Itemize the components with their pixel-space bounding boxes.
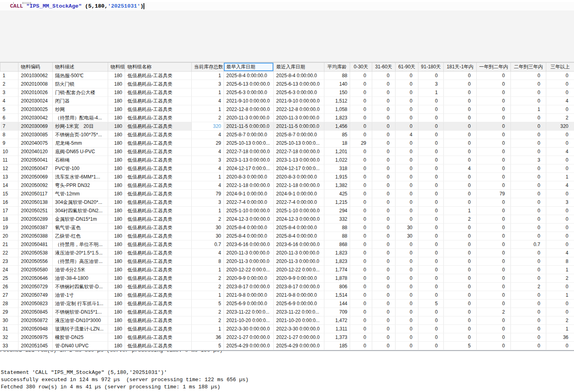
cell-desc[interactable]: 不锈钢衬四氟软管-D... <box>53 283 108 291</box>
cell-y2_3[interactable]: 0 <box>511 342 546 350</box>
cell-latest[interactable]: 2025-10-13 0:00:0... <box>274 139 324 148</box>
cell-group[interactable]: 180 <box>108 232 125 240</box>
cell-d0_30[interactable]: 0 <box>350 173 372 181</box>
cell-qty[interactable]: 1 <box>192 291 224 300</box>
cell-d31_60[interactable]: 0 <box>372 131 396 139</box>
cell-group[interactable]: 180 <box>108 97 125 105</box>
cell-y3_plus[interactable]: 0 <box>546 342 574 350</box>
cell-d31_60[interactable]: 0 <box>372 148 396 156</box>
cell-y3_plus[interactable]: 1 <box>546 266 574 274</box>
cell-d61_90[interactable]: 0 <box>396 316 418 325</box>
table-row[interactable]: 252002050646油管-38-4-1800180低值易耗品-工器具类220… <box>0 274 574 283</box>
cell-group_name[interactable]: 低值易耗品-工器具类 <box>125 207 192 215</box>
cell-y2_3[interactable]: 0 <box>511 114 546 122</box>
cell-latest[interactable]: 2020-8-3 0:00:00.0 <box>274 173 324 181</box>
cell-latest[interactable]: 2022-7-4 0:00:00.0 <box>274 198 324 207</box>
cell-rownum[interactable]: 32 <box>0 333 18 342</box>
cell-y1_2[interactable]: 0 <box>477 88 511 97</box>
cell-y2_3[interactable]: 0 <box>511 72 546 80</box>
cell-group_name[interactable]: 低值易耗品-工器具类 <box>125 131 192 139</box>
cell-d61_90[interactable]: 0 <box>396 122 418 131</box>
cell-qty[interactable]: 4 <box>192 97 224 105</box>
cell-d31_60[interactable]: 0 <box>372 283 396 291</box>
cell-code[interactable]: 2002050069 <box>18 173 53 181</box>
cell-rownum[interactable]: 27 <box>0 291 18 300</box>
cell-avg_age[interactable]: 332 <box>324 215 350 224</box>
cell-d31_60[interactable]: 0 <box>372 308 396 316</box>
table-row[interactable]: 122002050047PVC管-100180低值易耗品-工器具类42024-1… <box>0 164 574 173</box>
cell-d0_30[interactable]: 0 <box>350 122 372 131</box>
cell-d0_30[interactable]: 0 <box>350 80 372 88</box>
cell-y3_plus[interactable]: 4 <box>546 181 574 190</box>
column-header-desc[interactable]: 物料描述 <box>53 63 108 72</box>
cell-desc[interactable]: 闭门器 <box>53 97 108 105</box>
cell-group[interactable]: 180 <box>108 80 125 88</box>
cell-group[interactable]: 180 <box>108 240 125 249</box>
cell-d91_180[interactable]: 0 <box>418 72 444 80</box>
cell-desc[interactable]: 石棉绳 <box>53 156 108 164</box>
cell-code[interactable]: 2002051045 <box>18 342 53 350</box>
cell-d91_180[interactable]: 0 <box>418 342 444 350</box>
cell-rownum[interactable]: 22 <box>0 249 18 257</box>
cell-code[interactable]: 2002050117 <box>18 190 53 198</box>
cell-qty[interactable]: 3 <box>192 198 224 207</box>
cell-code[interactable]: 2002050388 <box>18 232 53 240</box>
cell-group_name[interactable]: 低值易耗品-工器具类 <box>125 198 192 207</box>
cell-latest[interactable]: 2022-1-27 0:00:00.0 <box>274 333 324 342</box>
cell-earliest[interactable]: 2023-1-13 0:00:00.0 <box>224 156 274 164</box>
cell-d61_90[interactable]: 0 <box>396 300 418 308</box>
cell-desc[interactable]: 不锈钢合页-100*75*... <box>53 131 108 139</box>
cell-group_name[interactable]: 低值易耗品-工器具类 <box>125 88 192 97</box>
cell-qty[interactable]: 320 <box>192 122 224 131</box>
cell-y3_plus[interactable]: 0 <box>546 240 574 249</box>
cell-latest[interactable]: 2023-6-16 0:00:00.0 <box>274 240 324 249</box>
cell-desc[interactable]: 油管-1寸 <box>53 291 108 300</box>
cell-group[interactable]: 180 <box>108 190 125 198</box>
cell-y3_plus[interactable]: 0 <box>546 72 574 80</box>
cell-d181_1y[interactable]: 0 <box>444 122 477 131</box>
cell-y1_2[interactable]: 0 <box>477 300 511 308</box>
cell-avg_age[interactable]: 140 <box>324 80 350 88</box>
cell-group_name[interactable]: 低值易耗品-工器具类 <box>125 173 192 181</box>
cell-rownum[interactable]: 15 <box>0 190 18 198</box>
cell-earliest[interactable]: 2023-8-17 0:00:00.0 <box>224 283 274 291</box>
cell-y3_plus[interactable]: 0 <box>546 308 574 316</box>
cell-d91_180[interactable]: 0 <box>418 291 444 300</box>
cell-d31_60[interactable]: 0 <box>372 72 396 80</box>
cell-y3_plus[interactable]: 0 <box>546 283 574 291</box>
cell-y1_2[interactable]: 0 <box>477 316 511 325</box>
cell-d91_180[interactable]: 0 <box>418 207 444 215</box>
cell-d0_30[interactable]: 0 <box>350 190 372 198</box>
cell-latest[interactable]: 2021-9-10 0:00:00.0 <box>274 97 324 105</box>
cell-y2_3[interactable]: 0 <box>511 291 546 300</box>
cell-qty[interactable]: 1 <box>192 72 224 80</box>
cell-d181_1y[interactable]: 0 <box>444 232 477 240</box>
cell-y2_3[interactable]: 0 <box>511 164 546 173</box>
cell-d31_60[interactable]: 0 <box>372 342 396 350</box>
cell-d61_90[interactable]: 0 <box>396 308 418 316</box>
cell-d0_30[interactable]: 0 <box>350 181 372 190</box>
cell-y1_2[interactable]: 0 <box>477 148 511 156</box>
table-row[interactable]: 32002010026门锁-配套办公大楼180低值易耗品-工器具类12025-6… <box>0 88 574 97</box>
cell-qty[interactable]: 30 <box>192 232 224 240</box>
cell-y1_2[interactable]: 0 <box>477 80 511 88</box>
cell-qty[interactable]: 2 <box>192 308 224 316</box>
editor-tab-inactive[interactable] <box>23 2 31 4</box>
cell-group[interactable]: 180 <box>108 139 125 148</box>
cell-earliest[interactable]: 2020-9-9 0:00:00.0 <box>224 274 274 283</box>
cell-desc[interactable]: 纱网-1米宽 20目 <box>53 122 108 131</box>
cell-d91_180[interactable]: 0 <box>418 131 444 139</box>
cell-group_name[interactable]: 低值易耗品-工器具类 <box>125 232 192 240</box>
cell-d31_60[interactable]: 0 <box>372 224 396 232</box>
cell-d181_1y[interactable]: 0 <box>444 283 477 291</box>
cell-y3_plus[interactable]: 0 <box>546 131 574 139</box>
cell-group_name[interactable]: 低值易耗品-工器具类 <box>125 114 192 122</box>
cell-d181_1y[interactable]: 0 <box>444 173 477 181</box>
cell-group[interactable]: 180 <box>108 249 125 257</box>
cell-y3_plus[interactable]: 2 <box>546 274 574 283</box>
cell-latest[interactable]: 2023-1-13 0:00:00.0 <box>274 156 324 164</box>
cell-desc[interactable]: 液压油管-DN10*3000 <box>53 316 108 325</box>
cell-latest[interactable]: 2021-9-8 0:00:00.0 <box>274 291 324 300</box>
cell-earliest[interactable]: 2025-8-7 0:00:00.0 <box>224 131 274 139</box>
cell-d91_180[interactable]: 0 <box>418 224 444 232</box>
